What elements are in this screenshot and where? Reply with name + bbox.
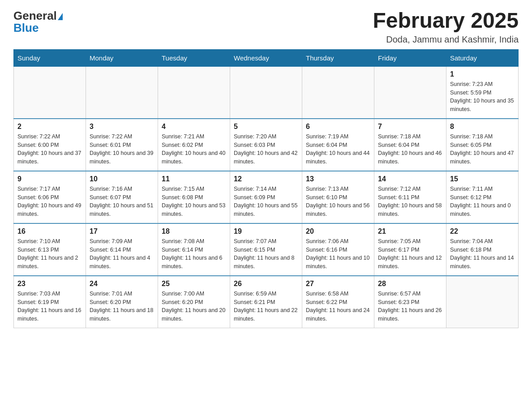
day-number: 8 [450, 123, 515, 131]
day-of-week-header: Saturday [446, 49, 519, 66]
calendar-cell: 7Sunrise: 7:18 AMSunset: 6:04 PMDaylight… [374, 119, 446, 171]
calendar-cell: 11Sunrise: 7:15 AMSunset: 6:08 PMDayligh… [158, 171, 230, 223]
day-info: Sunrise: 7:05 AMSunset: 6:17 PMDaylight:… [378, 237, 442, 271]
day-number: 5 [234, 123, 298, 131]
day-info: Sunrise: 7:00 AMSunset: 6:20 PMDaylight:… [162, 290, 226, 323]
calendar-cell: 27Sunrise: 6:58 AMSunset: 6:22 PMDayligh… [302, 276, 374, 328]
day-number: 6 [306, 123, 370, 131]
day-info: Sunrise: 7:11 AMSunset: 6:12 PMDaylight:… [450, 185, 515, 218]
logo: General Blue [13, 9, 63, 35]
calendar-cell: 22Sunrise: 7:04 AMSunset: 6:18 PMDayligh… [446, 223, 519, 276]
calendar-cell: 5Sunrise: 7:20 AMSunset: 6:03 PMDaylight… [230, 119, 302, 171]
calendar-cell: 9Sunrise: 7:17 AMSunset: 6:06 PMDaylight… [14, 171, 86, 223]
day-of-week-header: Sunday [14, 49, 86, 66]
day-of-week-header: Monday [86, 49, 158, 66]
calendar-cell: 23Sunrise: 7:03 AMSunset: 6:19 PMDayligh… [14, 276, 86, 328]
calendar-cell: 2Sunrise: 7:22 AMSunset: 6:00 PMDaylight… [14, 119, 86, 171]
calendar-cell: 24Sunrise: 7:01 AMSunset: 6:20 PMDayligh… [86, 276, 158, 328]
day-info: Sunrise: 7:17 AMSunset: 6:06 PMDaylight:… [17, 185, 82, 218]
day-info: Sunrise: 7:23 AMSunset: 5:59 PMDaylight:… [450, 80, 515, 114]
day-info: Sunrise: 7:12 AMSunset: 6:11 PMDaylight:… [378, 185, 442, 218]
calendar-cell [14, 66, 86, 119]
day-info: Sunrise: 7:22 AMSunset: 6:00 PMDaylight:… [17, 133, 82, 166]
page-header: General Blue February 2025 Doda, Jammu a… [13, 9, 519, 45]
day-number: 24 [90, 280, 154, 288]
day-number: 18 [162, 227, 226, 235]
day-info: Sunrise: 6:59 AMSunset: 6:21 PMDaylight:… [234, 290, 298, 323]
day-number: 10 [90, 175, 154, 183]
day-number: 2 [17, 123, 82, 131]
day-number: 23 [17, 280, 82, 288]
calendar-cell: 25Sunrise: 7:00 AMSunset: 6:20 PMDayligh… [158, 276, 230, 328]
day-number: 11 [162, 175, 226, 183]
logo-triangle-icon [58, 13, 63, 20]
day-number: 25 [162, 280, 226, 288]
day-info: Sunrise: 7:10 AMSunset: 6:13 PMDaylight:… [17, 237, 82, 271]
day-info: Sunrise: 7:22 AMSunset: 6:01 PMDaylight:… [90, 133, 154, 166]
day-info: Sunrise: 7:08 AMSunset: 6:14 PMDaylight:… [162, 237, 226, 271]
day-number: 28 [378, 280, 442, 288]
location: Doda, Jammu and Kashmir, India [373, 34, 519, 45]
day-info: Sunrise: 7:19 AMSunset: 6:04 PMDaylight:… [306, 133, 370, 166]
day-number: 13 [306, 175, 370, 183]
calendar-week-row: 9Sunrise: 7:17 AMSunset: 6:06 PMDaylight… [14, 171, 519, 223]
calendar-cell: 13Sunrise: 7:13 AMSunset: 6:10 PMDayligh… [302, 171, 374, 223]
day-info: Sunrise: 7:01 AMSunset: 6:20 PMDaylight:… [90, 290, 154, 323]
day-info: Sunrise: 7:18 AMSunset: 6:04 PMDaylight:… [378, 133, 442, 166]
calendar-cell: 16Sunrise: 7:10 AMSunset: 6:13 PMDayligh… [14, 223, 86, 276]
day-of-week-header: Tuesday [158, 49, 230, 66]
day-info: Sunrise: 7:14 AMSunset: 6:09 PMDaylight:… [234, 185, 298, 218]
day-info: Sunrise: 7:21 AMSunset: 6:02 PMDaylight:… [162, 133, 226, 166]
calendar-cell: 18Sunrise: 7:08 AMSunset: 6:14 PMDayligh… [158, 223, 230, 276]
day-of-week-header: Friday [374, 49, 446, 66]
calendar-cell: 15Sunrise: 7:11 AMSunset: 6:12 PMDayligh… [446, 171, 519, 223]
calendar-cell: 14Sunrise: 7:12 AMSunset: 6:11 PMDayligh… [374, 171, 446, 223]
title-block: February 2025 Doda, Jammu and Kashmir, I… [373, 9, 519, 45]
calendar-cell: 19Sunrise: 7:07 AMSunset: 6:15 PMDayligh… [230, 223, 302, 276]
day-info: Sunrise: 6:57 AMSunset: 6:23 PMDaylight:… [378, 290, 442, 323]
day-number: 14 [378, 175, 442, 183]
calendar-cell [374, 66, 446, 119]
calendar-cell: 6Sunrise: 7:19 AMSunset: 6:04 PMDaylight… [302, 119, 374, 171]
calendar-cell: 20Sunrise: 7:06 AMSunset: 6:16 PMDayligh… [302, 223, 374, 276]
day-info: Sunrise: 7:03 AMSunset: 6:19 PMDaylight:… [17, 290, 82, 323]
calendar-cell: 21Sunrise: 7:05 AMSunset: 6:17 PMDayligh… [374, 223, 446, 276]
calendar-cell: 3Sunrise: 7:22 AMSunset: 6:01 PMDaylight… [86, 119, 158, 171]
day-number: 1 [450, 70, 515, 78]
calendar-cell: 26Sunrise: 6:59 AMSunset: 6:21 PMDayligh… [230, 276, 302, 328]
calendar-cell [302, 66, 374, 119]
day-info: Sunrise: 6:58 AMSunset: 6:22 PMDaylight:… [306, 290, 370, 323]
calendar-cell [446, 276, 519, 328]
day-number: 7 [378, 123, 442, 131]
day-info: Sunrise: 7:15 AMSunset: 6:08 PMDaylight:… [162, 185, 226, 218]
day-number: 12 [234, 175, 298, 183]
calendar-cell: 17Sunrise: 7:09 AMSunset: 6:14 PMDayligh… [86, 223, 158, 276]
day-of-week-header: Wednesday [230, 49, 302, 66]
day-number: 17 [90, 227, 154, 235]
day-number: 22 [450, 227, 515, 235]
day-info: Sunrise: 7:04 AMSunset: 6:18 PMDaylight:… [450, 237, 515, 271]
day-info: Sunrise: 7:09 AMSunset: 6:14 PMDaylight:… [90, 237, 154, 271]
calendar-week-row: 16Sunrise: 7:10 AMSunset: 6:13 PMDayligh… [14, 223, 519, 276]
day-info: Sunrise: 7:06 AMSunset: 6:16 PMDaylight:… [306, 237, 370, 271]
day-number: 9 [17, 175, 82, 183]
day-info: Sunrise: 7:18 AMSunset: 6:05 PMDaylight:… [450, 133, 515, 166]
month-title: February 2025 [373, 9, 519, 33]
day-number: 21 [378, 227, 442, 235]
calendar-cell: 8Sunrise: 7:18 AMSunset: 6:05 PMDaylight… [446, 119, 519, 171]
calendar-table: SundayMondayTuesdayWednesdayThursdayFrid… [13, 49, 519, 328]
day-number: 3 [90, 123, 154, 131]
day-number: 16 [17, 227, 82, 235]
calendar-cell: 10Sunrise: 7:16 AMSunset: 6:07 PMDayligh… [86, 171, 158, 223]
calendar-cell [230, 66, 302, 119]
calendar-header-row: SundayMondayTuesdayWednesdayThursdayFrid… [14, 49, 519, 66]
calendar-cell [86, 66, 158, 119]
day-info: Sunrise: 7:07 AMSunset: 6:15 PMDaylight:… [234, 237, 298, 271]
calendar-cell: 12Sunrise: 7:14 AMSunset: 6:09 PMDayligh… [230, 171, 302, 223]
calendar-cell: 28Sunrise: 6:57 AMSunset: 6:23 PMDayligh… [374, 276, 446, 328]
day-number: 15 [450, 175, 515, 183]
calendar-week-row: 1Sunrise: 7:23 AMSunset: 5:59 PMDaylight… [14, 66, 519, 119]
day-info: Sunrise: 7:20 AMSunset: 6:03 PMDaylight:… [234, 133, 298, 166]
day-info: Sunrise: 7:13 AMSunset: 6:10 PMDaylight:… [306, 185, 370, 218]
day-number: 4 [162, 123, 226, 131]
